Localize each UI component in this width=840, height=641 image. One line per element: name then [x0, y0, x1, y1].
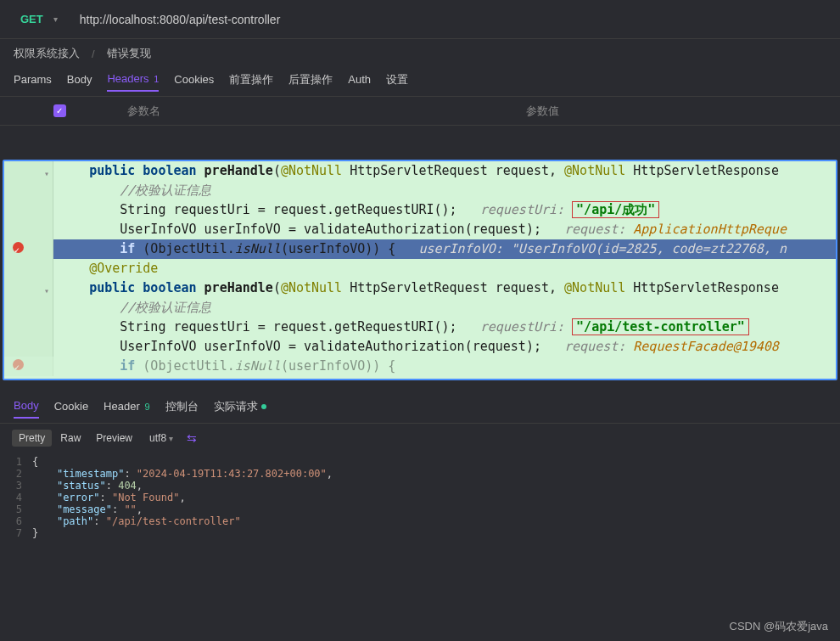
select-all-checkbox[interactable]: ✓ — [53, 104, 66, 117]
breadcrumb-2[interactable]: 错误复现 — [107, 46, 151, 61]
format-icon[interactable]: ⇆ — [187, 431, 197, 445]
resp-tab-header[interactable]: Header 9 — [104, 400, 149, 418]
chevron-down-icon[interactable]: ▾ — [53, 14, 58, 24]
tab-params[interactable]: Params — [14, 73, 52, 91]
tab-auth[interactable]: Auth — [348, 73, 371, 91]
breakpoint-icon[interactable] — [13, 242, 25, 254]
tab-cookies[interactable]: Cookies — [174, 73, 214, 91]
breadcrumb-1[interactable]: 权限系统接入 — [14, 46, 80, 61]
tab-settings[interactable]: 设置 — [386, 72, 408, 93]
tab-headers[interactable]: Headers 1 — [107, 72, 159, 92]
tab-post[interactable]: 后置操作 — [288, 72, 333, 93]
request-url[interactable]: http://localhost:8080/api/test-controlle… — [80, 13, 281, 26]
format-preview[interactable]: Preview — [89, 430, 139, 447]
breadcrumb-separator: / — [92, 48, 95, 60]
resp-tab-actual[interactable]: 实际请求 — [214, 399, 266, 419]
resp-tab-console[interactable]: 控制台 — [165, 399, 199, 419]
encoding-select[interactable]: utf8 ▾ — [149, 432, 173, 444]
format-pretty[interactable]: Pretty — [12, 430, 52, 447]
resp-tab-cookie[interactable]: Cookie — [54, 400, 88, 418]
column-param-name: 参数名 — [119, 104, 518, 119]
resp-tab-body[interactable]: Body — [14, 399, 39, 419]
code-overlay: ▾ public boolean preHandle(@NotNull Http… — [3, 160, 837, 380]
tab-body[interactable]: Body — [67, 73, 92, 91]
column-param-value: 参数值 — [518, 104, 840, 119]
status-dot-icon — [261, 404, 266, 409]
tab-pre[interactable]: 前置操作 — [229, 72, 273, 93]
response-tabs: Body Cookie Header 9 控制台 实际请求 — [0, 395, 840, 424]
request-tabs: Params Body Headers 1 Cookies 前置操作 后置操作 … — [0, 68, 840, 97]
watermark: CSDN @码农爱java — [730, 619, 829, 634]
breakpoint-icon[interactable] — [13, 359, 25, 371]
headers-grid-header: ✓ 参数名 参数值 — [0, 97, 840, 126]
format-raw[interactable]: Raw — [53, 430, 87, 447]
breadcrumb: 权限系统接入 / 错误复现 — [0, 39, 840, 68]
http-method[interactable]: GET — [20, 13, 43, 25]
response-json[interactable]: 1{ 2 "timestamp": "2024-04-19T11:43:27.8… — [0, 453, 840, 543]
